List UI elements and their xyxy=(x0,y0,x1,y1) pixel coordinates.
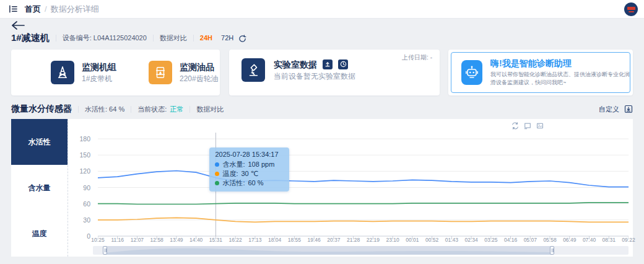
x-tick-label: 11:16 xyxy=(111,237,124,243)
x-tick-label: 05:07 xyxy=(524,237,537,243)
datazoom-silhouette xyxy=(105,246,552,255)
x-tick-label: 01:43 xyxy=(445,237,458,243)
tooltip-row: 含水量:108 ppm xyxy=(215,160,284,169)
monitor-unit-value: 1#皮带机 xyxy=(82,74,116,84)
x-tick-label: 14:40 xyxy=(189,237,202,243)
top-bar: 首页 / 数据分析详细 xyxy=(0,0,644,19)
sensor-title: 微量水分传感器 xyxy=(11,103,72,115)
x-tick-label: 21:28 xyxy=(347,237,360,243)
robot-icon xyxy=(461,60,482,85)
x-tick-label: 02:34 xyxy=(464,237,477,243)
x-tick-label: 20:37 xyxy=(327,237,340,243)
x-tick-label: 07:40 xyxy=(583,237,596,243)
x-tick-label: 10:25 xyxy=(91,237,104,243)
breadcrumb-current: 数据分析详细 xyxy=(51,4,99,15)
data-zoom-icon[interactable] xyxy=(524,122,531,130)
lab-card: 上传日期: - 实验室数据 当前设备暂无实验室数据 xyxy=(229,50,440,95)
sensor-tab-2[interactable]: 温度 xyxy=(11,211,67,257)
x-axis: 10:2511:1612:0712:5813:4914:4015:3116:22… xyxy=(98,237,629,244)
sensor-header: 微量水分传感器 水活性: 64 % 当前状态: 正常 数据对比 自定义 xyxy=(11,101,633,117)
restore-icon[interactable] xyxy=(511,122,519,130)
custom-button[interactable]: 自定义 xyxy=(599,105,619,114)
x-tick-label: 23:10 xyxy=(386,237,399,243)
water-activity-value: 水活性: 64 % xyxy=(85,105,124,114)
monitor-oil-title: 监测油品 xyxy=(180,61,219,73)
y-tick-label: 120 xyxy=(79,167,90,175)
x-tick-label: 16:22 xyxy=(229,237,242,243)
refresh-icon[interactable] xyxy=(238,34,246,42)
assistant-title: 嗨!我是智能诊断助理 xyxy=(490,58,630,69)
y-tick-label: 180 xyxy=(79,135,90,143)
device-header: 1#减速机 设备编号: L04A1125024020 数据对比 24H 72H xyxy=(11,32,246,43)
datazoom-left-handle[interactable] xyxy=(103,246,107,255)
oil-barrel-icon xyxy=(149,61,172,84)
range-72h-button[interactable]: 72H xyxy=(221,34,233,42)
device-number: 设备编号: L04A1125024020 xyxy=(63,33,147,43)
lab-empty-text: 当前设备暂无实验室数据 xyxy=(274,71,355,82)
monitor-unit-title: 监测机组 xyxy=(82,61,116,73)
export-icon[interactable] xyxy=(624,105,633,113)
x-tick-label: 00:01 xyxy=(406,237,419,243)
x-tick-label: 08:31 xyxy=(603,237,616,243)
device-title: 1#减速机 xyxy=(11,32,50,44)
y-tick-label: 30 xyxy=(83,216,90,224)
x-tick-label: 19:46 xyxy=(308,237,321,243)
x-tick-label: 05:58 xyxy=(543,237,556,243)
y-axis: 0306090120150180 xyxy=(68,130,95,236)
assistant-description: 我可以帮你智能化诊断油品状态、提供油液诊断专业化润滑设备监测建议，快问问我吧~ xyxy=(490,71,630,87)
monitor-card: 监测机组 1#皮带机 监测油品 220#齿轮油 xyxy=(11,50,220,95)
line-chart[interactable] xyxy=(98,130,629,240)
status-badge: 正常 xyxy=(170,105,183,114)
sensor-compare-label[interactable]: 数据对比 xyxy=(196,105,224,114)
chart-tooltip: 2025-07-28 15:34:17 含水量:108 ppm温度:30 ℃水活… xyxy=(209,147,289,191)
x-tick-label: 00:52 xyxy=(425,237,438,243)
series-line-ppm xyxy=(98,171,629,187)
assistant-card[interactable]: 嗨!我是智能诊断助理 我可以帮你智能化诊断油品状态、提供油液诊断专业化润滑设备监… xyxy=(448,50,633,95)
tooltip-row: 水活性:60 % xyxy=(215,178,284,188)
x-tick-label: 15:31 xyxy=(209,237,222,243)
brand-logo[interactable] xyxy=(624,2,638,16)
chart-toolbox xyxy=(511,122,544,130)
lab-title: 实验室数据 xyxy=(274,59,317,70)
x-tick-label: 18:04 xyxy=(268,237,281,243)
x-tick-label: 22:19 xyxy=(367,237,380,243)
y-tick-label: 150 xyxy=(79,151,90,159)
back-icon[interactable] xyxy=(11,20,25,32)
breadcrumb-separator: / xyxy=(45,4,47,14)
history-clock-icon[interactable] xyxy=(338,59,348,69)
save-image-icon[interactable] xyxy=(536,122,544,130)
datazoom-track[interactable] xyxy=(93,246,629,255)
chart-area: 0306090120150180 10:2511:1612:0712:5813:… xyxy=(68,119,633,257)
chart-panel: 水活性含水量温度 0306090120150180 10:2511:1612:0… xyxy=(11,119,633,257)
x-tick-label: 17:13 xyxy=(248,237,261,243)
range-24h-button[interactable]: 24H xyxy=(200,34,212,42)
datazoom-right-handle[interactable] xyxy=(550,246,554,255)
upload-icon[interactable] xyxy=(323,59,333,69)
x-tick-label: 12:58 xyxy=(150,237,163,243)
x-tick-label: 04:16 xyxy=(504,237,517,243)
menu-fold-icon[interactable] xyxy=(7,4,19,15)
upload-date: 上传日期: - xyxy=(402,53,432,62)
compare-label[interactable]: 数据对比 xyxy=(160,33,187,43)
breadcrumb-home[interactable]: 首页 xyxy=(25,4,41,15)
derrick-icon xyxy=(51,61,74,84)
y-tick-label: 90 xyxy=(83,184,90,191)
sensor-tab-1[interactable]: 含水量 xyxy=(11,165,67,211)
x-tick-label: 06:49 xyxy=(563,237,576,243)
x-tick-label: 18:55 xyxy=(288,237,301,243)
page: 首页 / 数据分析详细 1#减速机 设备编号: L04A1125024020 数… xyxy=(0,0,644,264)
y-tick-label: 0 xyxy=(87,232,90,240)
datazoom-selection[interactable] xyxy=(105,246,552,255)
tooltip-time: 2025-07-28 15:34:17 xyxy=(215,151,284,158)
x-tick-label: 13:49 xyxy=(170,237,183,243)
x-tick-label: 12:07 xyxy=(131,237,144,243)
x-tick-label: 03:25 xyxy=(484,237,497,243)
monitor-oil[interactable]: 监测油品 220#齿轮油 xyxy=(149,61,219,84)
sensor-tab-0[interactable]: 水活性 xyxy=(11,119,67,165)
microscope-icon xyxy=(242,58,265,82)
monitor-unit[interactable]: 监测机组 1#皮带机 xyxy=(51,61,116,84)
x-tick-label: 09:22 xyxy=(622,237,635,243)
y-tick-label: 60 xyxy=(83,200,90,208)
sensor-tabs: 水活性含水量温度 xyxy=(11,119,68,257)
monitor-oil-value: 220#齿轮油 xyxy=(180,74,219,84)
